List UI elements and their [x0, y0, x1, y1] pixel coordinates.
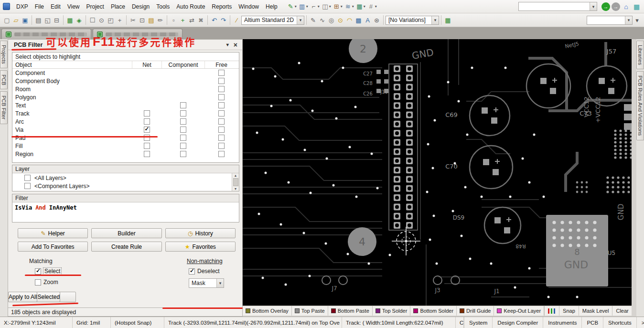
menu-design[interactable]: Design [129, 1, 153, 12]
menu-project[interactable]: Project [83, 1, 107, 12]
via[interactable] [304, 149, 306, 151]
chevron-down-icon[interactable]: ▾ [431, 16, 439, 24]
mask-dropdown[interactable]: Mask ▾ [189, 278, 224, 288]
via[interactable] [464, 186, 467, 189]
panel-tab-projects[interactable]: Projects [0, 41, 8, 68]
filter-query-input[interactable]: IsViaAndInAnyNet [12, 202, 239, 213]
brush-icon[interactable]: ✏ [156, 16, 165, 25]
pcb-artwork[interactable]: 2GNDNetJ5J57C27C28J10C26C69C73VCC12+VCC1… [243, 39, 632, 306]
grid-icon[interactable]: # [366, 2, 376, 11]
via[interactable] [490, 263, 493, 265]
menu-help[interactable]: Help [262, 1, 281, 12]
via[interactable] [270, 105, 273, 107]
object-row-polygon[interactable]: Polygon [12, 93, 239, 101]
toolbar-overflow-icon[interactable]: ▾ [633, 16, 642, 25]
layer-checkbox[interactable] [24, 183, 31, 189]
via[interactable] [288, 181, 290, 184]
via[interactable] [434, 119, 436, 122]
via[interactable] [427, 143, 429, 146]
favorites-button[interactable]: ★Favorites [165, 242, 236, 252]
via[interactable] [447, 81, 450, 84]
scroll-down-icon[interactable]: ▼ [234, 187, 237, 191]
apply-to-all-button[interactable]: Apply to All [8, 292, 37, 302]
undo-icon[interactable]: ↶ [210, 16, 219, 25]
panel-tab-pcb-filter[interactable]: PCB Filter [0, 91, 8, 124]
crosshair-icon[interactable]: + [115, 16, 124, 25]
component-checkbox[interactable] [180, 151, 186, 157]
helper-button[interactable]: ✎Helper [18, 228, 88, 238]
checkbox-checked-icon[interactable] [35, 268, 41, 275]
chevron-down-icon[interactable]: ▾ [297, 16, 304, 24]
layer-tab-drill-guide[interactable]: Drill Guide [457, 306, 494, 316]
clear-selection-icon[interactable]: ✖ [196, 16, 205, 25]
panel-menu-icon[interactable]: ▾ [224, 42, 232, 47]
statusbar-button-system[interactable]: System [464, 317, 492, 328]
smd-pad[interactable] [376, 79, 381, 84]
menu-dxp[interactable]: DXP [13, 1, 32, 12]
via[interactable] [325, 243, 327, 245]
via[interactable] [533, 134, 536, 136]
route-icon[interactable]: ∿ [318, 16, 327, 25]
via[interactable] [428, 95, 430, 98]
create-rule-button[interactable]: Create Rule [91, 242, 161, 252]
object-row-track[interactable]: Track [12, 109, 239, 117]
panel-tab-libraries[interactable]: Libraries [636, 41, 644, 69]
statusbar-button-instruments[interactable]: Instruments [543, 317, 581, 328]
fit-board-icon[interactable]: ◰ [106, 16, 115, 25]
via[interactable] [528, 267, 531, 270]
home-icon[interactable]: ⌂ [622, 2, 631, 11]
layer-item-component-layers[interactable]: <Component Layers> [13, 182, 231, 190]
menu-file[interactable]: File [32, 1, 47, 12]
free-checkbox[interactable] [218, 86, 225, 92]
panel-close-icon[interactable]: × [232, 41, 239, 49]
nav-forward-icon[interactable]: → [612, 2, 620, 11]
select-rect-icon[interactable]: ▫ [169, 16, 178, 25]
select-area-icon[interactable]: ☐ [88, 16, 97, 25]
panel-tab-pcb[interactable]: PCB [0, 70, 8, 90]
via[interactable] [504, 67, 507, 69]
component-checkbox[interactable] [180, 127, 186, 133]
via[interactable] [310, 192, 312, 194]
net-checkbox[interactable] [144, 110, 150, 116]
pencil-icon[interactable]: ✎ [309, 16, 318, 25]
via[interactable] [433, 215, 435, 217]
pcb-2d-icon[interactable]: ▦ [65, 16, 75, 25]
paste-icon[interactable]: ▤ [147, 16, 156, 25]
deselect-checkbox[interactable]: Deselect [189, 268, 220, 275]
open-icon[interactable]: ▱ [11, 16, 21, 25]
layer-colors-icon[interactable] [544, 306, 559, 316]
via[interactable] [354, 106, 357, 108]
net-icon[interactable]: ⌐ [309, 2, 318, 11]
menu-place[interactable]: Place [107, 1, 129, 12]
nav-back-icon[interactable]: → [601, 2, 610, 11]
chevron-down-icon[interactable]: ▾ [375, 4, 377, 9]
net-checkbox[interactable] [144, 118, 150, 125]
via[interactable] [461, 235, 463, 237]
move-icon[interactable]: + [178, 16, 187, 25]
layer-item-all-layers[interactable]: <All Layers> [13, 174, 231, 182]
menu-tools[interactable]: Tools [153, 1, 173, 12]
app-icon[interactable] [3, 3, 10, 10]
checkbox-checked-icon[interactable] [189, 268, 195, 275]
free-checkbox[interactable] [218, 70, 225, 76]
layers-icon[interactable]: ▥ [298, 2, 307, 11]
pcb-3d-icon[interactable]: ◈ [75, 16, 84, 25]
via[interactable] [522, 158, 524, 160]
component-icon[interactable]: ⊛ [372, 16, 381, 25]
chevron-down-icon[interactable]: ▾ [364, 4, 365, 9]
sheet-icon[interactable]: ▦ [355, 2, 364, 11]
via[interactable] [471, 67, 473, 69]
via[interactable] [262, 277, 264, 279]
free-checkbox[interactable] [218, 110, 225, 116]
via[interactable] [426, 191, 429, 193]
fill-icon[interactable]: ▩ [354, 16, 363, 25]
zoom-checkbox[interactable]: Zoom [35, 279, 58, 286]
via[interactable] [326, 158, 328, 160]
print-icon[interactable]: ▤ [34, 16, 43, 25]
via[interactable] [466, 134, 469, 136]
via[interactable] [469, 258, 472, 260]
via[interactable] [335, 117, 338, 120]
menu-edit[interactable]: Edit [47, 1, 64, 12]
via[interactable] [333, 184, 335, 187]
via[interactable] [252, 68, 255, 70]
